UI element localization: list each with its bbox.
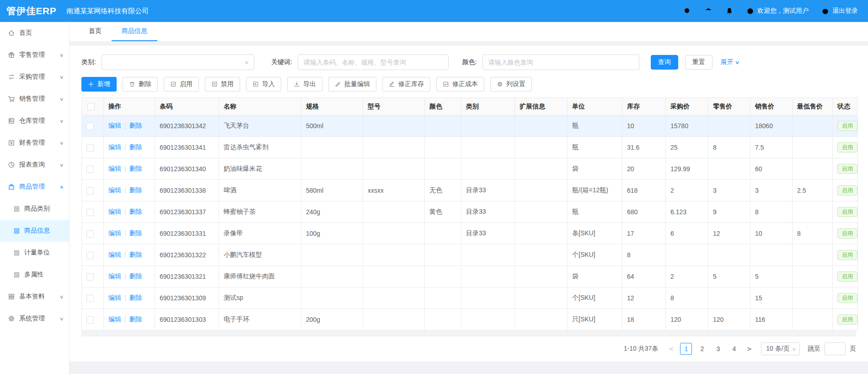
enable-button[interactable]: 启用 xyxy=(164,77,199,92)
edit-link[interactable]: 编辑 xyxy=(108,122,121,129)
delete-link[interactable]: 删除 xyxy=(129,315,142,323)
page-size-select[interactable]: 10 条/页 ∨ xyxy=(761,342,800,355)
jump-page-input[interactable] xyxy=(825,342,846,355)
fix-stock-button[interactable]: 修正库存 xyxy=(382,77,430,92)
cell-min xyxy=(793,244,833,266)
delete-link[interactable]: 删除 xyxy=(129,272,142,280)
delete-link[interactable]: 删除 xyxy=(129,208,142,215)
sidebar-item-reports[interactable]: 报表查询∨ xyxy=(0,154,69,176)
row-select-cell xyxy=(82,287,104,309)
delete-button[interactable]: 删除 xyxy=(123,77,158,92)
batch-edit-button[interactable]: 批量编辑 xyxy=(328,77,376,92)
fix-cost-button[interactable]: 修正成本 xyxy=(436,77,484,92)
sidebar-item-system[interactable]: 系统管理∨ xyxy=(0,308,69,330)
sidebar-item-goods[interactable]: 商品管理∧ xyxy=(0,176,69,198)
delete-link[interactable]: 删除 xyxy=(129,186,142,194)
next-page-button[interactable]: > xyxy=(744,345,754,352)
row-checkbox[interactable] xyxy=(86,316,94,324)
sidebar-item-multi-attribute[interactable]: 多属性 xyxy=(0,264,69,286)
logout-button[interactable]: 退出登录 xyxy=(821,7,858,15)
delete-link[interactable]: 删除 xyxy=(129,143,142,151)
add-button[interactable]: 新增 xyxy=(81,77,117,92)
page-number-4[interactable]: 4 xyxy=(728,343,740,355)
page-number-3[interactable]: 3 xyxy=(712,343,724,355)
category-select[interactable]: ∨ xyxy=(102,54,254,70)
cell-status: 启用 xyxy=(833,309,858,331)
cell-purchase: 8 xyxy=(666,287,708,309)
cart-icon xyxy=(8,95,15,103)
edit-link[interactable]: 编辑 xyxy=(108,143,121,151)
cell-spec: 580ml xyxy=(301,180,363,201)
sidebar-item-sales[interactable]: 销售管理∨ xyxy=(0,88,69,110)
query-button[interactable]: 查询 xyxy=(651,55,678,70)
select-all-checkbox[interactable] xyxy=(87,103,95,110)
row-checkbox[interactable] xyxy=(86,209,94,216)
delete-link[interactable]: 删除 xyxy=(129,251,142,258)
status-badge: 启用 xyxy=(837,314,857,325)
cell-model xyxy=(363,287,425,309)
edit-link[interactable]: 编辑 xyxy=(108,251,121,258)
column-settings-button[interactable]: 列设置 xyxy=(490,77,532,92)
cell-name: 奶油味爆米花 xyxy=(219,158,301,180)
sidebar-item-finance[interactable]: 财务管理∨ xyxy=(0,132,69,154)
sidebar-item-measure-unit[interactable]: 计量单位 xyxy=(0,242,69,264)
cell-barcode: 6901236301331 xyxy=(155,223,219,244)
disable-button[interactable]: 禁用 xyxy=(205,77,240,92)
search-icon[interactable] xyxy=(683,7,691,15)
edit-link[interactable]: 编辑 xyxy=(108,186,121,194)
action-separator: | xyxy=(124,122,126,129)
sidebar-item-basic-data[interactable]: 基本资料∨ xyxy=(0,286,69,308)
cell-status: 启用 xyxy=(833,180,858,201)
sidebar-item-goods-info[interactable]: 商品信息 xyxy=(0,220,69,242)
row-checkbox[interactable] xyxy=(86,273,94,281)
sidebar-item-warehouse[interactable]: 仓库管理∨ xyxy=(0,110,69,132)
row-checkbox[interactable] xyxy=(86,187,94,195)
edit-link[interactable]: 编辑 xyxy=(108,294,121,301)
user-welcome[interactable]: 欢迎您，测试用户 xyxy=(746,7,809,15)
row-actions-cell: 编辑|删除 xyxy=(104,223,155,244)
edit-link[interactable]: 编辑 xyxy=(108,165,121,172)
cell-unit: 袋 xyxy=(568,266,622,287)
bell-icon[interactable] xyxy=(725,7,734,15)
sidebar-item-goods-category[interactable]: 商品类别 xyxy=(0,198,69,220)
action-separator: | xyxy=(124,294,126,301)
color-input[interactable] xyxy=(482,54,639,70)
edit-link[interactable]: 编辑 xyxy=(108,315,121,323)
tab-home[interactable]: 首页 xyxy=(79,22,112,41)
chevron-down-icon: ∨ xyxy=(59,316,64,321)
delete-link[interactable]: 删除 xyxy=(129,294,142,301)
expand-link[interactable]: 展开∨ xyxy=(721,58,739,66)
edit-link[interactable]: 编辑 xyxy=(108,208,121,215)
row-checkbox[interactable] xyxy=(86,230,94,238)
edit-link[interactable]: 编辑 xyxy=(108,229,121,237)
cell-retail: 9 xyxy=(708,201,750,223)
row-checkbox[interactable] xyxy=(86,166,94,173)
horizontal-scrollbar[interactable] xyxy=(81,331,856,336)
row-checkbox[interactable] xyxy=(86,252,94,259)
tab-goods-info[interactable]: 商品信息 xyxy=(112,22,157,41)
delete-link[interactable]: 删除 xyxy=(129,165,142,172)
cell-name: 飞天茅台 xyxy=(219,115,301,137)
row-checkbox[interactable] xyxy=(86,295,94,302)
column-header: 采购价 xyxy=(666,98,708,115)
sidebar-item-purchase[interactable]: 采购管理∨ xyxy=(0,66,69,88)
prev-page-button[interactable]: < xyxy=(666,345,676,352)
page-number-2[interactable]: 2 xyxy=(696,343,708,355)
delete-link[interactable]: 删除 xyxy=(129,122,142,129)
reset-button[interactable]: 重置 xyxy=(685,55,713,70)
sidebar-item-retail[interactable]: 零售管理∨ xyxy=(0,44,69,66)
row-checkbox[interactable] xyxy=(86,123,94,130)
cell-spec: 240g xyxy=(301,201,363,223)
keyword-input[interactable] xyxy=(298,54,449,70)
cell-category xyxy=(461,309,515,331)
bank-icon[interactable] xyxy=(704,7,713,15)
row-checkbox[interactable] xyxy=(86,144,94,152)
pagination: 1-10 共37条 < 1234 > 10 条/页 ∨ 跳至 页 xyxy=(81,336,856,361)
delete-link[interactable]: 删除 xyxy=(129,229,142,237)
check-square-icon xyxy=(170,81,177,87)
sidebar-item-home[interactable]: 首页 xyxy=(0,22,69,44)
import-button[interactable]: 导入 xyxy=(246,77,281,92)
page-number-1[interactable]: 1 xyxy=(680,343,692,355)
edit-link[interactable]: 编辑 xyxy=(108,272,121,280)
export-button[interactable]: 导出 xyxy=(287,77,322,92)
